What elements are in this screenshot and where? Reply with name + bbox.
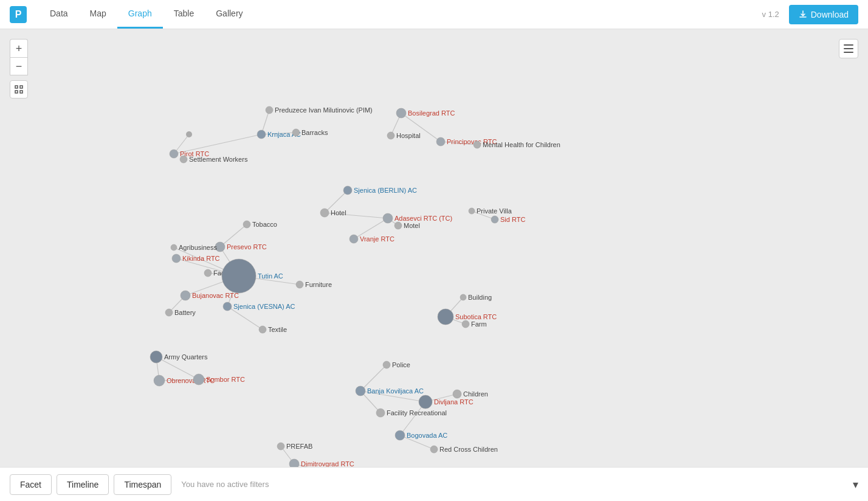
facet-button[interactable]: Facet bbox=[10, 474, 52, 495]
node-label: Army Quarters bbox=[164, 353, 208, 361]
graph-node-group[interactable]: Bogovada AC bbox=[395, 430, 447, 440]
svg-point-30 bbox=[259, 326, 266, 333]
version-label: v 1.2 bbox=[762, 10, 779, 19]
graph-node-group[interactable]: Building bbox=[460, 294, 492, 301]
fit-button[interactable] bbox=[10, 80, 28, 98]
graph-node-group[interactable]: Motel bbox=[394, 222, 420, 229]
svg-point-6 bbox=[436, 137, 445, 146]
svg-rect-0 bbox=[15, 86, 18, 88]
timespan-button[interactable]: Timespan bbox=[114, 474, 171, 495]
graph-node-group[interactable]: Facility Recreational bbox=[376, 409, 447, 417]
timeline-button[interactable]: Timeline bbox=[57, 474, 109, 495]
svg-point-33 bbox=[462, 320, 469, 328]
graph-node-group[interactable]: Bujanovac RTC bbox=[181, 291, 239, 300]
svg-point-26 bbox=[296, 281, 303, 288]
graph-node-group[interactable]: Bosilegrad RTC bbox=[396, 108, 455, 118]
graph-node-group[interactable]: Presevo RTC bbox=[215, 242, 267, 252]
svg-point-40 bbox=[419, 395, 432, 409]
tab-data[interactable]: Data bbox=[39, 0, 79, 29]
node-label: Barracks bbox=[301, 129, 328, 136]
node-label: Agribusiness bbox=[179, 244, 217, 251]
svg-point-8 bbox=[266, 106, 273, 114]
graph-node-group[interactable]: PREFAB bbox=[277, 443, 312, 450]
svg-point-24 bbox=[204, 269, 212, 277]
graph-node-group[interactable]: Farm bbox=[462, 320, 487, 328]
download-button[interactable]: Download bbox=[789, 5, 858, 24]
zoom-controls: + − bbox=[10, 39, 28, 98]
node-label: Kikinda RTC bbox=[182, 255, 220, 262]
svg-point-7 bbox=[474, 141, 481, 148]
menu-line-2 bbox=[844, 48, 853, 49]
graph-node-group[interactable]: Battery bbox=[165, 309, 196, 316]
svg-point-37 bbox=[383, 361, 390, 368]
node-label: Facility Recreational bbox=[387, 409, 447, 416]
node-label: PREFAB bbox=[286, 443, 312, 450]
node-label: Vranje RTC bbox=[360, 235, 394, 243]
svg-point-19 bbox=[350, 235, 358, 243]
bottom-chevron-icon[interactable]: ▾ bbox=[853, 478, 858, 491]
tab-map[interactable]: Map bbox=[79, 0, 117, 29]
zoom-in-button[interactable]: + bbox=[10, 39, 28, 57]
node-label: Bogovada AC bbox=[407, 432, 447, 439]
svg-point-12 bbox=[180, 156, 187, 163]
svg-point-34 bbox=[150, 351, 162, 363]
graph-node-group[interactable]: Tutin AC bbox=[222, 259, 283, 293]
header-right: v 1.2 Download bbox=[762, 5, 858, 24]
app-logo: P bbox=[10, 6, 27, 23]
graph-node-group[interactable]: Tobacco bbox=[243, 221, 277, 228]
graph-node-group[interactable]: Banja Koviljaca AC bbox=[356, 386, 424, 396]
graph-node-group[interactable]: Hospital bbox=[387, 132, 421, 139]
graph-node-group[interactable]: Kikinda RTC bbox=[172, 254, 220, 263]
graph-node-group[interactable]: Sombor RTC bbox=[193, 374, 245, 385]
map-menu-button[interactable] bbox=[839, 39, 858, 58]
svg-point-14 bbox=[320, 209, 329, 217]
graph-node-group[interactable]: Hotel bbox=[320, 209, 346, 217]
graph-node-group[interactable]: Textile bbox=[259, 326, 287, 333]
graph-node-group[interactable]: Mental Health for Children bbox=[474, 141, 560, 148]
graph-node-group[interactable]: Sid RTC bbox=[491, 216, 525, 223]
graph-node-group[interactable]: Sjenica (BERLIN) AC bbox=[343, 186, 417, 195]
node-label: Building bbox=[468, 294, 492, 301]
graph-node-group[interactable]: Barracks bbox=[292, 129, 328, 136]
tab-graph[interactable]: Graph bbox=[117, 0, 163, 29]
graph-node-group[interactable]: Dimitrovgrad RTC bbox=[289, 459, 354, 467]
node-label: Sjenica (VESNA) AC bbox=[233, 303, 295, 310]
node-label: Bujanovac RTC bbox=[192, 292, 239, 299]
svg-point-28 bbox=[223, 302, 232, 311]
zoom-out-button[interactable]: − bbox=[10, 57, 28, 75]
node-label: Sjenica (BERLIN) AC bbox=[354, 187, 417, 194]
svg-point-25 bbox=[222, 259, 256, 293]
graph-node-group[interactable]: Furniture bbox=[296, 281, 332, 288]
node-label: Sid RTC bbox=[500, 216, 525, 223]
graph-node-group[interactable]: Private Villa bbox=[469, 207, 512, 215]
node-label: Preduzece Ivan Milutinovic (PIM) bbox=[275, 106, 373, 114]
graph-node-group[interactable]: Children bbox=[453, 390, 488, 398]
node-label: Farm bbox=[471, 320, 487, 328]
graph-node-group[interactable]: Agribusiness bbox=[171, 244, 217, 251]
node-label: Textile bbox=[268, 326, 287, 333]
svg-point-20 bbox=[243, 221, 250, 228]
svg-point-11 bbox=[170, 150, 178, 158]
node-label: Banja Koviljaca AC bbox=[367, 387, 424, 395]
node-label: Hotel bbox=[331, 209, 346, 216]
svg-point-42 bbox=[395, 430, 405, 440]
tab-gallery[interactable]: Gallery bbox=[205, 0, 253, 29]
graph-node-group[interactable]: Army Quarters bbox=[150, 351, 208, 363]
svg-point-13 bbox=[343, 186, 352, 195]
node-label: Tutin AC bbox=[258, 272, 283, 280]
graph-node[interactable] bbox=[186, 131, 192, 137]
svg-point-16 bbox=[394, 222, 402, 229]
node-label: Police bbox=[392, 361, 410, 368]
nav-tabs: Data Map Graph Table Gallery bbox=[39, 0, 254, 29]
graph-node-group[interactable]: Settlement Workers bbox=[180, 156, 248, 163]
graph-node-group[interactable]: Red Cross Children bbox=[430, 446, 498, 453]
graph-node-group[interactable]: Sjenica (VESNA) AC bbox=[223, 302, 295, 311]
tab-table[interactable]: Table bbox=[163, 0, 205, 29]
fit-icon bbox=[15, 85, 23, 94]
node-label: Children bbox=[463, 390, 488, 398]
svg-point-39 bbox=[453, 390, 461, 398]
graph-node-group[interactable]: Police bbox=[383, 361, 410, 368]
svg-rect-1 bbox=[20, 86, 22, 88]
graph-node-group[interactable]: Preduzece Ivan Milutinovic (PIM) bbox=[266, 106, 373, 114]
graph-node-group[interactable]: Vranje RTC bbox=[350, 235, 394, 243]
